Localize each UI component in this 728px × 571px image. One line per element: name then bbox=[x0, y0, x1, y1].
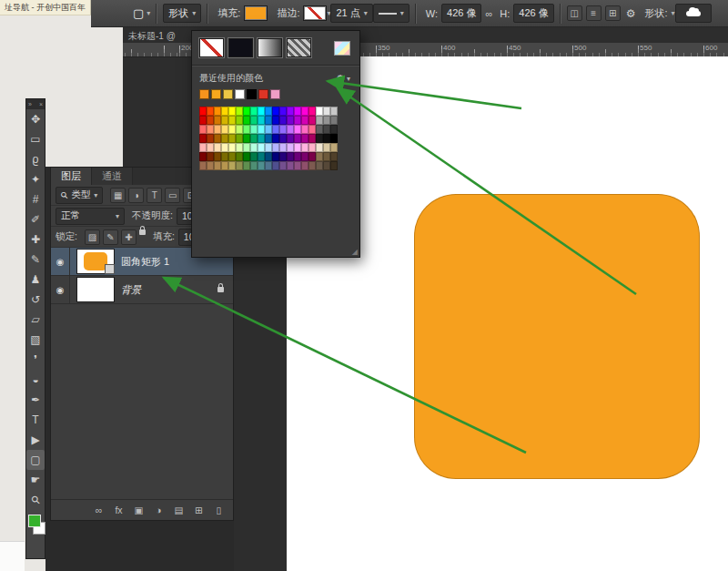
color-swatch[interactable] bbox=[330, 116, 338, 125]
color-swatch[interactable] bbox=[221, 134, 228, 143]
color-swatch[interactable] bbox=[265, 161, 272, 170]
eraser-tool[interactable]: ▱ bbox=[26, 310, 45, 330]
color-swatch[interactable] bbox=[301, 143, 308, 152]
path-selection-tool[interactable]: ▶ bbox=[26, 430, 45, 450]
color-swatch[interactable] bbox=[272, 125, 279, 134]
color-swatch[interactable] bbox=[330, 143, 338, 152]
color-swatch[interactable] bbox=[279, 125, 287, 134]
color-swatch[interactable] bbox=[250, 143, 258, 152]
gear-icon[interactable]: ⚙ bbox=[626, 7, 636, 20]
color-swatch[interactable] bbox=[258, 125, 265, 134]
color-swatch[interactable] bbox=[228, 152, 236, 161]
eyedropper-tool[interactable]: ✐ bbox=[26, 209, 45, 229]
lock-all-icon[interactable] bbox=[139, 229, 146, 235]
link-dimensions-icon[interactable]: ∞ bbox=[485, 8, 492, 19]
color-swatch[interactable] bbox=[294, 107, 301, 116]
color-swatch[interactable] bbox=[207, 107, 214, 116]
color-swatch[interactable] bbox=[301, 161, 308, 170]
picker-settings-button[interactable]: ⚙ ▾ bbox=[336, 73, 350, 85]
color-swatch[interactable] bbox=[228, 161, 236, 170]
color-swatch[interactable] bbox=[330, 134, 338, 143]
color-swatch[interactable] bbox=[250, 161, 258, 170]
color-swatch[interactable] bbox=[294, 134, 301, 143]
color-swatch[interactable] bbox=[330, 125, 338, 134]
color-swatch[interactable] bbox=[258, 134, 265, 143]
color-swatch[interactable] bbox=[301, 125, 308, 134]
color-swatch[interactable] bbox=[316, 143, 323, 152]
color-swatch[interactable] bbox=[287, 107, 294, 116]
color-swatch[interactable] bbox=[308, 152, 316, 161]
color-swatch[interactable] bbox=[308, 161, 316, 170]
color-swatch[interactable] bbox=[294, 152, 301, 161]
pen-tool[interactable]: ✒ bbox=[26, 390, 45, 410]
color-swatch[interactable] bbox=[214, 116, 221, 125]
color-swatch[interactable] bbox=[330, 152, 338, 161]
color-swatch[interactable] bbox=[279, 116, 287, 125]
layer-thumbnail[interactable] bbox=[76, 249, 115, 274]
marquee-tool[interactable]: ▭ bbox=[26, 129, 45, 149]
color-swatch[interactable] bbox=[214, 107, 221, 116]
hand-tool[interactable]: ☛ bbox=[26, 470, 45, 490]
color-swatch[interactable] bbox=[199, 125, 207, 134]
fill-solid-button[interactable] bbox=[228, 38, 253, 57]
color-swatch[interactable] bbox=[207, 152, 214, 161]
recent-color-swatch[interactable] bbox=[199, 89, 209, 99]
color-swatch[interactable] bbox=[330, 161, 338, 170]
color-swatch[interactable] bbox=[323, 134, 330, 143]
brush-tool[interactable]: ✎ bbox=[26, 250, 45, 270]
color-swatch[interactable] bbox=[287, 116, 294, 125]
color-swatch[interactable] bbox=[236, 152, 243, 161]
color-swatch[interactable] bbox=[301, 134, 308, 143]
foreground-color-swatch[interactable] bbox=[28, 515, 41, 527]
shape-tool[interactable]: ▢ bbox=[26, 450, 45, 470]
crop-tool[interactable]: # bbox=[26, 189, 45, 209]
filter-pixel-icon[interactable]: ▦ bbox=[110, 188, 126, 203]
tool-mode-select[interactable]: 形状 ▾ bbox=[163, 4, 201, 23]
color-swatch[interactable] bbox=[272, 161, 279, 170]
color-swatch[interactable] bbox=[265, 116, 272, 125]
quick-selection-tool[interactable]: ✦ bbox=[26, 169, 45, 189]
dodge-tool[interactable]: ◒ bbox=[26, 370, 45, 390]
color-swatch[interactable] bbox=[272, 152, 279, 161]
color-swatch[interactable] bbox=[250, 134, 258, 143]
color-swatch[interactable] bbox=[228, 116, 236, 125]
color-swatch[interactable] bbox=[214, 161, 221, 170]
path-arrange-icon[interactable]: ⊞ bbox=[605, 5, 621, 21]
color-swatch[interactable] bbox=[207, 116, 214, 125]
recent-color-swatch[interactable] bbox=[247, 89, 257, 99]
height-input[interactable]: 426 像 bbox=[513, 4, 553, 23]
color-swatch[interactable] bbox=[243, 152, 250, 161]
color-swatch[interactable] bbox=[250, 125, 258, 134]
color-swatch[interactable] bbox=[221, 107, 228, 116]
browser-tab[interactable]: 址导航 - 开创中国百年 bbox=[0, 0, 91, 15]
filter-type-icon[interactable]: T bbox=[147, 188, 162, 203]
layer-visibility-toggle[interactable]: ◉ bbox=[51, 248, 70, 275]
collapse-panel-icon[interactable]: » bbox=[28, 101, 32, 107]
color-swatch[interactable] bbox=[236, 107, 243, 116]
color-swatch[interactable] bbox=[258, 161, 265, 170]
color-swatch[interactable] bbox=[243, 143, 250, 152]
stroke-swatch[interactable] bbox=[303, 5, 327, 21]
color-swatch[interactable] bbox=[294, 161, 301, 170]
color-swatch[interactable] bbox=[308, 143, 316, 152]
gradient-tool[interactable]: ▧ bbox=[26, 330, 45, 350]
color-swatch[interactable] bbox=[316, 116, 323, 125]
color-swatch[interactable] bbox=[287, 134, 294, 143]
tab-layers[interactable]: 图层 bbox=[51, 168, 92, 185]
color-swatch[interactable] bbox=[316, 152, 323, 161]
close-panel-icon[interactable]: × bbox=[39, 101, 43, 107]
fill-swatch[interactable] bbox=[244, 5, 268, 21]
color-swatch[interactable] bbox=[279, 152, 287, 161]
color-swatch[interactable] bbox=[287, 161, 294, 170]
color-swatch[interactable] bbox=[316, 107, 323, 116]
color-swatch[interactable] bbox=[323, 161, 330, 170]
path-operations-icon[interactable]: ◫ bbox=[567, 5, 582, 21]
color-swatch[interactable] bbox=[279, 143, 287, 152]
color-swatch[interactable] bbox=[323, 143, 330, 152]
color-swatch[interactable] bbox=[287, 143, 294, 152]
zoom-tool[interactable]: ⚲ bbox=[26, 490, 45, 510]
blend-mode-select[interactable]: 正常 ▾ bbox=[56, 208, 125, 225]
color-swatch[interactable] bbox=[272, 116, 279, 125]
color-swatch[interactable] bbox=[301, 152, 308, 161]
new-layer-icon[interactable]: ⊞ bbox=[194, 505, 204, 515]
